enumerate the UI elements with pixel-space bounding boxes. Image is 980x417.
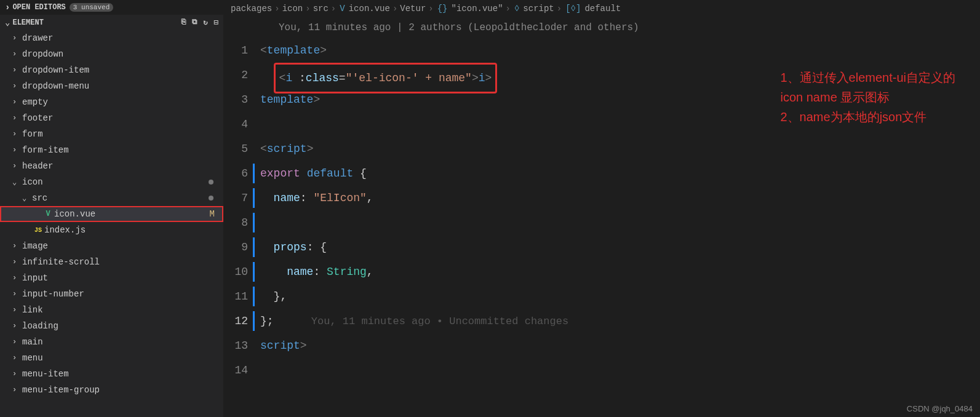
open-editors-header[interactable]: › OPEN EDITORS 3 unsaved [0, 0, 223, 15]
chevron-icon: › [12, 258, 22, 266]
tree-item-main[interactable]: ›main [0, 334, 223, 350]
breadcrumb-item[interactable]: icon.vue [349, 4, 390, 14]
line-number: 3 [223, 87, 248, 112]
item-label: header [22, 161, 223, 171]
item-label: index.js [44, 225, 223, 235]
tree-item-infinite-scroll[interactable]: ›infinite-scroll [0, 254, 223, 270]
item-label: drawer [22, 33, 223, 43]
line-number: 6 [223, 161, 248, 186]
tree-item-header[interactable]: ›header [0, 158, 223, 174]
tree-item-loading[interactable]: ›loading [0, 318, 223, 334]
item-label: link [22, 305, 223, 315]
code-line: <template> [260, 38, 980, 63]
breadcrumb-item[interactable]: script [523, 4, 554, 14]
line-number: 8 [223, 210, 248, 235]
tree-item-menu-item[interactable]: ›menu-item [0, 366, 223, 382]
chevron-icon: › [12, 386, 22, 394]
breadcrumb-sep: › [305, 4, 310, 14]
code-line: }; You, 11 minutes ago • Uncommitted cha… [260, 309, 980, 333]
code-line [260, 210, 980, 235]
explorer-section-header[interactable]: ⌄ ELEMENT ⎘ ⧉ ↻ ⊟ [0, 15, 223, 30]
chevron-icon: › [12, 98, 22, 106]
breadcrumb-item[interactable]: default [584, 4, 621, 14]
line-number: 13 [223, 333, 248, 358]
chevron-icon: › [12, 146, 22, 154]
chevron-icon: › [12, 242, 22, 250]
tree-item-form[interactable]: ›form [0, 126, 223, 142]
breadcrumb-sep: › [557, 4, 562, 14]
new-file-icon[interactable]: ⎘ [181, 18, 186, 27]
section-actions: ⎘ ⧉ ↻ ⊟ [181, 18, 218, 27]
line-number: 7 [223, 186, 248, 210]
chevron-icon: ⌄ [12, 178, 22, 187]
modified-dot-icon [209, 180, 213, 185]
git-change-bar [253, 213, 255, 232]
line-number: 9 [223, 235, 248, 260]
tree-item-dropdown-menu[interactable]: ›dropdown-menu [0, 78, 223, 94]
chevron-icon: › [12, 354, 22, 362]
breadcrumb-sep: › [274, 4, 279, 14]
item-label: loading [22, 321, 223, 331]
tree-item-input-number[interactable]: ›input-number [0, 286, 223, 302]
chevron-icon: › [12, 370, 22, 378]
breadcrumb-icon: ◊ [514, 4, 519, 14]
item-label: empty [22, 97, 223, 107]
tree-item-menu-item-group[interactable]: ›menu-item-group [0, 382, 223, 398]
tree-item-dropdown-item[interactable]: ›dropdown-item [0, 62, 223, 78]
item-label: menu [22, 353, 223, 363]
breadcrumb-sep: › [428, 4, 433, 14]
breadcrumb-item[interactable]: src [313, 4, 329, 14]
code-line: script> [260, 333, 980, 358]
breadcrumb-item[interactable]: "icon.vue" [452, 4, 503, 14]
line-number: 4 [223, 112, 248, 137]
chevron-icon: › [12, 50, 22, 58]
git-change-bar [253, 287, 255, 306]
item-label: dropdown-item [22, 65, 223, 75]
code-line: export default { [260, 161, 980, 186]
collapse-icon[interactable]: ⊟ [214, 18, 218, 27]
item-label: main [22, 337, 223, 347]
chevron-icon: › [12, 130, 22, 138]
chevron-icon: › [12, 322, 22, 330]
tree-item-link[interactable]: ›link [0, 302, 223, 318]
item-label: dropdown-menu [22, 81, 223, 91]
tree-item-index-js[interactable]: JSindex.js [0, 222, 223, 238]
line-number: 14 [223, 358, 248, 383]
unsaved-badge: 3 unsaved [70, 3, 113, 12]
code-line: props: { [260, 235, 980, 260]
js-icon: JS [32, 227, 44, 234]
breadcrumb-icon: {} [437, 4, 448, 14]
tree-item-image[interactable]: ›image [0, 238, 223, 254]
modified-dot-icon [209, 196, 213, 201]
tree-item-footer[interactable]: ›footer [0, 110, 223, 126]
item-label: src [32, 193, 209, 203]
tree-item-empty[interactable]: ›empty [0, 94, 223, 110]
breadcrumb-item[interactable]: icon [282, 4, 303, 14]
breadcrumb-icon: V [340, 4, 345, 14]
new-folder-icon[interactable]: ⧉ [192, 18, 197, 27]
code-line: <script> [260, 137, 980, 161]
chevron-right-icon: › [5, 2, 10, 12]
tree-item-icon-vue[interactable]: Vicon.vueM [0, 206, 223, 222]
annotation-line-3: 2、name为本地的json文件 [780, 107, 955, 127]
chevron-icon: › [12, 162, 22, 170]
git-change-bar [253, 237, 255, 257]
breadcrumbs[interactable]: packages › icon › src › Vicon.vue › Vetu… [223, 0, 980, 17]
tree-item-menu[interactable]: ›menu [0, 350, 223, 366]
item-label: input [22, 273, 223, 283]
tree-item-dropdown[interactable]: ›dropdown [0, 46, 223, 62]
tree-item-src[interactable]: ⌄src [0, 190, 223, 206]
tree-item-input[interactable]: ›input [0, 270, 223, 286]
tree-item-drawer[interactable]: ›drawer [0, 30, 223, 46]
refresh-icon[interactable]: ↻ [204, 18, 208, 27]
item-label: image [22, 241, 223, 251]
item-label: menu-item-group [22, 385, 223, 395]
tree-item-form-item[interactable]: ›form-item [0, 142, 223, 158]
code-line [260, 358, 980, 383]
git-change-bar [253, 164, 255, 183]
breadcrumb-item[interactable]: Vetur [400, 4, 426, 14]
git-status: M [210, 209, 215, 219]
code-line: name: "ElIcon", [260, 186, 980, 210]
tree-item-icon[interactable]: ⌄icon [0, 174, 223, 190]
breadcrumb-item[interactable]: packages [231, 4, 272, 14]
